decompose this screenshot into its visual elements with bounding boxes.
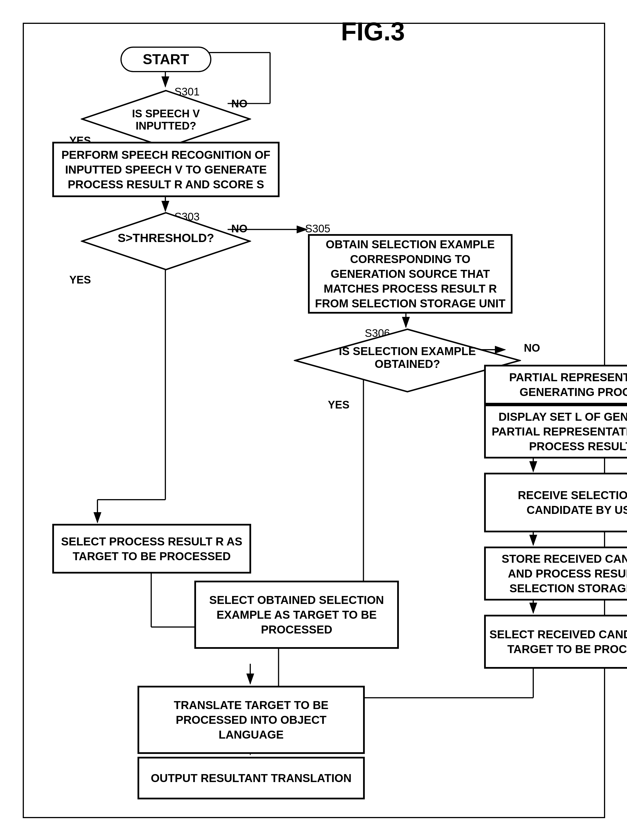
s301-diamond: IS SPEECH V INPUTTED? xyxy=(81,89,251,149)
s303-no-label: NO xyxy=(231,223,247,235)
page: FIG.3 xyxy=(0,0,627,840)
start-terminal: START xyxy=(120,47,211,72)
s305-label: S305 xyxy=(305,223,331,235)
s301-question: IS SPEECH V INPUTTED? xyxy=(103,108,228,132)
s303-yes-label: YES xyxy=(69,274,91,286)
s309-process: DISPLAY SET L OF GENERATED PARTIAL REPRE… xyxy=(484,404,627,458)
s303-diamond: S>THRESHOLD? xyxy=(81,211,251,271)
s308-process: PARTIAL REPRESENTATION GENERATING PROCES… xyxy=(484,365,627,404)
s304-process: SELECT PROCESS RESULT R AS TARGET TO BE … xyxy=(52,524,251,574)
s310-process: RECEIVE SELECTION OF CANDIDATE BY USER xyxy=(484,473,627,532)
s312-process: SELECT RECEIVED CANDIDATE AS TARGET TO B… xyxy=(484,615,627,669)
s311-process: STORE RECEIVED CANDIDATE AND PROCESS RES… xyxy=(484,547,627,601)
s306-no-label: NO xyxy=(524,342,540,354)
s314-process: OUTPUT RESULTANT TRANSLATION xyxy=(137,757,365,799)
s307-process: SELECT OBTAINED SELECTION EXAMPLE AS TAR… xyxy=(194,580,399,649)
s306-question: IS SELECTION EXAMPLE OBTAINED? xyxy=(336,345,479,370)
s305-process: OBTAIN SELECTION EXAMPLE CORRESPONDING T… xyxy=(308,234,512,314)
s302-process: PERFORM SPEECH RECOGNITION OF INPUTTED S… xyxy=(52,142,280,197)
flowchart-container: START S301 IS SPEECH V INPUTTED? NO YES … xyxy=(23,23,605,818)
s306-yes-label: YES xyxy=(328,399,350,411)
s313-process: TRANSLATE TARGET TO BE PROCESSED INTO OB… xyxy=(137,686,365,754)
s301-no-label: NO xyxy=(231,98,247,110)
s303-question: S>THRESHOLD? xyxy=(109,231,223,245)
